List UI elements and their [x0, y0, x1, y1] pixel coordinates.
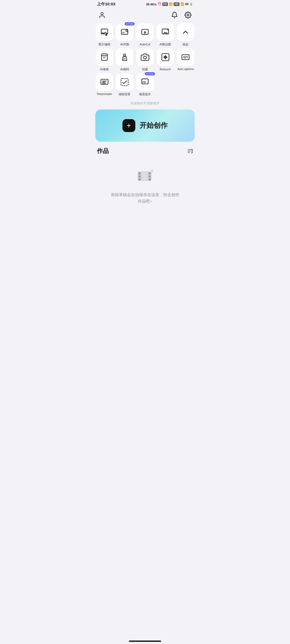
svg-rect-32 — [121, 79, 128, 86]
camera-icon — [141, 53, 149, 61]
tool-enhance[interactable]: Free HD 画质提升 — [136, 73, 154, 96]
tool-teleprompter-label: Teleprompter — [97, 93, 112, 96]
svg-rect-23 — [182, 55, 189, 60]
svg-text:AI: AI — [144, 33, 146, 35]
ai-model-icon: AI — [120, 53, 129, 61]
works-title: 作品 — [97, 147, 109, 155]
network-speed: 28.4K/s — [146, 3, 157, 6]
works-header: 作品 — [97, 147, 193, 155]
tool-row-3: Teleprompter 移除背景 Free HD 画质提升 — [95, 73, 195, 96]
svg-rect-41 — [139, 175, 141, 178]
image-edit-icon — [100, 28, 109, 36]
svg-rect-45 — [148, 178, 151, 181]
autocut-icon: AI — [141, 28, 149, 36]
film-icon — [135, 166, 155, 186]
svg-rect-44 — [148, 175, 151, 178]
status-right: 28.4K/s ⏰ HD 📶 HD 📶 69 🔋 — [146, 2, 193, 6]
empty-text: 剪辑草稿会自动保存在这里，快去创作作品吧~ — [111, 192, 179, 204]
tool-auto-captions[interactable]: Auto captions — [176, 48, 195, 71]
tool-auto-captions-label: Auto captions — [177, 68, 194, 71]
gear-icon — [184, 12, 191, 19]
hd-icon2: HD — [174, 2, 179, 6]
bottom-spacer — [93, 215, 197, 237]
tool-enhance-label: 画质提升 — [139, 93, 151, 96]
film-icon-wrapper — [134, 166, 156, 187]
free-badge-enhance: Free — [145, 72, 155, 75]
tool-retouch[interactable]: Retouch — [156, 48, 175, 71]
svg-rect-46 — [142, 172, 148, 181]
tool-img-edit-label: 图片编辑 — [99, 43, 110, 46]
tool-ai-model-label: AI模特 — [120, 68, 129, 71]
svg-rect-28 — [101, 79, 108, 85]
svg-rect-40 — [139, 173, 141, 175]
works-section: 作品 — [93, 147, 197, 215]
tool-retouch-label: Retouch — [160, 68, 171, 71]
remove-bg-icon — [120, 78, 129, 86]
tool-row-2: AI + AI海报 AI AI模特 — [95, 48, 195, 71]
create-plus-button: + — [122, 119, 135, 132]
tool-ai-poster-label: AI海报 — [100, 68, 109, 71]
drag-hint: 长按拖动可调整顺序 — [93, 98, 197, 109]
top-bar — [93, 8, 197, 23]
ai-product-icon: AI — [161, 28, 170, 36]
tool-img-edit[interactable]: 图片编辑 — [95, 23, 114, 46]
svg-text:AI: AI — [124, 58, 125, 60]
tool-camera[interactable]: 拍摄 — [136, 48, 154, 71]
svg-point-47 — [151, 170, 153, 172]
empty-slot-1 — [156, 73, 175, 96]
tool-ai-draw[interactable]: Free A I AI作图 — [116, 23, 134, 46]
svg-point-1 — [187, 14, 189, 16]
tool-collapse[interactable]: 收起 — [176, 23, 195, 46]
tool-camera-label: 拍摄 — [142, 68, 148, 71]
tool-ai-product[interactable]: AI AI商品图 — [156, 23, 175, 46]
tool-ai-model[interactable]: AI AI模特 — [116, 48, 134, 71]
signal-4g2: 📶 — [180, 2, 184, 6]
top-right-icons — [169, 10, 193, 20]
profile-button[interactable] — [97, 10, 107, 20]
svg-rect-43 — [148, 173, 151, 175]
svg-text:I: I — [124, 31, 125, 34]
tool-collapse-label: 收起 — [183, 43, 189, 46]
ai-poster-icon: AI + — [100, 53, 109, 61]
svg-rect-42 — [139, 178, 141, 181]
tool-ai-draw-label: AI作图 — [120, 43, 129, 46]
svg-point-0 — [101, 12, 103, 15]
notification-button[interactable] — [169, 10, 180, 20]
teleprompter-icon — [100, 78, 109, 86]
user-icon — [99, 12, 106, 19]
hd-icon: HD — [162, 2, 168, 6]
sort-button[interactable] — [187, 148, 193, 154]
create-text: 开始创作 — [140, 121, 168, 130]
chevron-up-icon — [181, 28, 190, 36]
empty-state: 剪辑草稿会自动保存在这里，快去创作作品吧~ — [97, 160, 193, 215]
sort-icon — [187, 148, 193, 154]
tool-autocut[interactable]: AI AutoCut — [136, 23, 154, 46]
ai-draw-icon: A I — [120, 28, 129, 36]
tool-teleprompter[interactable]: Teleprompter — [95, 73, 114, 96]
status-bar: 上午10:03 28.4K/s ⏰ HD 📶 HD 📶 69 🔋 — [93, 0, 197, 8]
svg-point-8 — [126, 30, 128, 32]
retouch-icon — [161, 53, 170, 61]
alarm-icon: ⏰ — [158, 2, 161, 6]
captions-icon — [181, 53, 190, 61]
tool-remove-bg-label: 移除背景 — [119, 93, 130, 96]
svg-text:AI: AI — [167, 28, 169, 31]
signal-4g: 📶 — [169, 2, 173, 6]
status-time: 上午10:03 — [97, 2, 115, 7]
settings-button[interactable] — [183, 10, 193, 20]
free-badge: Free — [125, 22, 135, 25]
tool-row-1: 图片编辑 Free A I AI作图 AI — [95, 23, 195, 46]
tool-ai-product-label: AI商品图 — [160, 43, 171, 46]
svg-text:+: + — [105, 57, 106, 58]
svg-point-20 — [144, 56, 147, 59]
enhance-icon: HD — [141, 78, 149, 86]
battery: 69 🔋 — [185, 2, 193, 6]
svg-text:A: A — [122, 31, 124, 34]
svg-text:HD: HD — [143, 81, 146, 83]
tool-ai-poster[interactable]: AI + AI海报 — [95, 48, 114, 71]
tool-autocut-label: AutoCut — [140, 43, 150, 46]
bell-icon — [171, 12, 178, 19]
tool-remove-bg[interactable]: 移除背景 — [116, 73, 134, 96]
empty-slot-2 — [176, 73, 195, 96]
create-banner[interactable]: + 开始创作 — [95, 109, 195, 142]
